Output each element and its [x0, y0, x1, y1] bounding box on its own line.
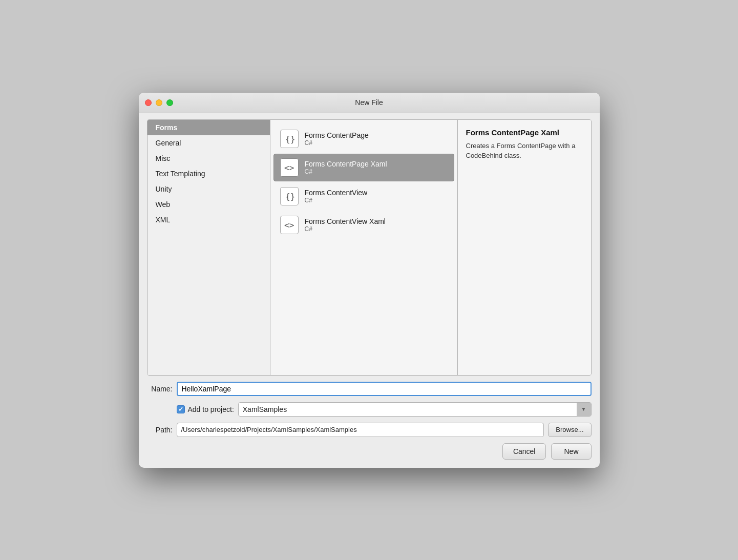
maximize-button[interactable] — [166, 99, 173, 106]
template-sub: C# — [305, 225, 386, 233]
svg-text:{}: {} — [285, 134, 295, 144]
buttons-row: Cancel New — [147, 443, 592, 460]
template-icon: {} — [280, 187, 299, 205]
project-dropdown-arrow[interactable]: ▼ — [577, 403, 591, 416]
template-item[interactable]: {}Forms ContentPageC# — [273, 125, 454, 153]
template-info: Forms ContentView XamlC# — [305, 217, 386, 233]
svg-text:{}: {} — [285, 192, 295, 201]
svg-text:<>: <> — [284, 220, 294, 230]
template-name: Forms ContentPage — [305, 131, 369, 139]
template-sub: C# — [305, 139, 369, 147]
left-panel-item[interactable]: Misc — [147, 151, 270, 166]
new-file-dialog: New File FormsGeneralMiscText Templating… — [139, 93, 600, 468]
left-panel: FormsGeneralMiscText TemplatingUnityWebX… — [147, 120, 270, 375]
browse-button[interactable]: Browse... — [548, 423, 591, 437]
title-bar: New File — [139, 93, 600, 113]
template-sub: C# — [305, 168, 387, 175]
path-row: Path: Browse... — [147, 423, 592, 437]
project-select[interactable]: XamlSamples ▼ — [238, 402, 592, 417]
dialog-title: New File — [355, 98, 383, 107]
middle-panel: {}Forms ContentPageC#<>Forms ContentPage… — [270, 120, 458, 375]
template-item[interactable]: <>Forms ContentPage XamlC# — [273, 154, 454, 181]
template-name: Forms ContentView — [305, 189, 368, 197]
left-panel-item[interactable]: XML — [147, 212, 270, 227]
add-to-project-checkbox[interactable] — [177, 405, 185, 413]
new-button[interactable]: New — [551, 443, 591, 460]
close-button[interactable] — [145, 99, 152, 106]
panels-row: FormsGeneralMiscText TemplatingUnityWebX… — [147, 119, 592, 376]
cancel-button[interactable]: Cancel — [502, 443, 546, 460]
svg-text:<>: <> — [284, 163, 294, 173]
template-icon: <> — [280, 158, 299, 177]
detail-title: Forms ContentPage Xaml — [466, 128, 583, 137]
add-to-project-label: Add to project: — [188, 405, 234, 413]
project-row: Add to project: XamlSamples ▼ — [147, 402, 592, 417]
path-label: Path: — [147, 426, 173, 434]
right-panel: Forms ContentPage Xaml Creates a Forms C… — [458, 120, 591, 375]
window-controls — [145, 99, 173, 106]
template-icon: <> — [280, 216, 299, 234]
name-input[interactable] — [177, 382, 592, 396]
project-name: XamlSamples — [239, 405, 577, 413]
name-label: Name: — [147, 385, 173, 393]
add-to-project-container: Add to project: — [177, 405, 234, 413]
minimize-button[interactable] — [156, 99, 162, 106]
left-panel-item[interactable]: Text Templating — [147, 166, 270, 181]
left-panel-item[interactable]: Web — [147, 197, 270, 212]
template-info: Forms ContentViewC# — [305, 189, 368, 204]
left-panel-item[interactable]: Forms — [147, 120, 270, 135]
left-panel-item[interactable]: General — [147, 135, 270, 151]
template-item[interactable]: {}Forms ContentViewC# — [273, 182, 454, 210]
template-item[interactable]: <>Forms ContentView XamlC# — [273, 211, 454, 239]
template-name: Forms ContentPage Xaml — [305, 160, 387, 168]
name-row: Name: — [147, 382, 592, 396]
template-name: Forms ContentView Xaml — [305, 217, 386, 225]
template-icon: {} — [280, 130, 299, 148]
template-sub: C# — [305, 197, 368, 204]
left-panel-item[interactable]: Unity — [147, 181, 270, 197]
detail-description: Creates a Forms ContentPage with a CodeB… — [466, 141, 583, 161]
dialog-body: FormsGeneralMiscText TemplatingUnityWebX… — [139, 113, 600, 468]
path-input[interactable] — [177, 423, 544, 437]
template-info: Forms ContentPage XamlC# — [305, 160, 387, 175]
template-info: Forms ContentPageC# — [305, 131, 369, 147]
